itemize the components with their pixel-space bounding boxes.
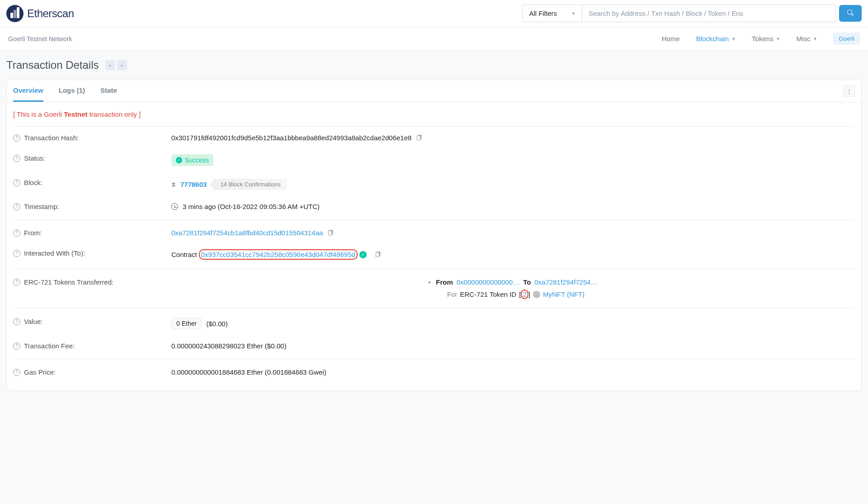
- search-input[interactable]: [582, 5, 835, 22]
- token-id-link[interactable]: 2: [523, 290, 526, 298]
- value-to: Contract 0x937cc03541cc7942b258c0596e43d…: [171, 249, 855, 260]
- nav-blockchain[interactable]: Blockchain ▼: [696, 35, 736, 43]
- label-block-text: Block:: [24, 179, 42, 186]
- label-from: ? From:: [13, 229, 171, 237]
- nav-misc[interactable]: Misc ▼: [797, 35, 817, 43]
- block-link[interactable]: 7778603: [180, 181, 207, 188]
- to-prefix: Contract: [171, 251, 197, 258]
- network-label: Goerli Testnet Network: [8, 35, 72, 43]
- kebab-icon: ⋮: [846, 88, 852, 95]
- tab-logs[interactable]: Logs (1): [59, 80, 85, 102]
- header-sub: Goerli Testnet Network Home Blockchain ▼…: [0, 27, 868, 51]
- card-body: [ This is a Goerli Testnet transaction o…: [7, 102, 861, 390]
- confirmations-badge: 14 Block Confirmations: [214, 179, 287, 190]
- page-wrap: Transaction Details ‹ › Overview Logs (1…: [0, 51, 868, 504]
- help-icon[interactable]: ?: [13, 155, 20, 162]
- label-status: ? Status:: [13, 154, 171, 162]
- notice-bold: Testnet: [64, 110, 87, 118]
- help-icon[interactable]: ?: [13, 250, 20, 257]
- copy-icon[interactable]: [327, 229, 334, 236]
- tab-overview[interactable]: Overview: [13, 80, 43, 102]
- fee-text: 0.000000243088298023 Ether ($0.00): [171, 342, 286, 350]
- row-block: ? Block: ⧗ 7778603 14 Block Confirmation…: [13, 172, 855, 196]
- transfer-from-label: From: [436, 278, 453, 286]
- label-timestamp: ? Timestamp:: [13, 203, 171, 210]
- help-icon[interactable]: ?: [13, 342, 20, 350]
- status-text: Success: [185, 157, 209, 164]
- value-usd: ($0.00): [206, 320, 228, 328]
- brand-text: Etherscan: [27, 7, 74, 20]
- transfer-for: For: [447, 290, 458, 298]
- token-id-wrap: [2]: [519, 290, 530, 299]
- value-timestamp: 3 mins ago (Oct-16-2022 09:05:36 AM +UTC…: [171, 203, 855, 210]
- to-address-link[interactable]: 0x937cc03541cc7942b258c0596e43d047df4869…: [201, 251, 355, 258]
- page-title: Transaction Details: [6, 59, 99, 71]
- value-gasprice: 0.000000000001884683 Ether (0.001884683 …: [171, 368, 855, 376]
- divider: [13, 269, 855, 269]
- prev-txn-button[interactable]: ‹: [105, 60, 115, 70]
- label-txhash-text: Transaction Hash:: [24, 134, 79, 142]
- value-badge: 0 Ether: [171, 318, 202, 329]
- transfer-to-addr[interactable]: 0xa7281f294f7254…: [534, 278, 597, 286]
- filter-select[interactable]: All Filters ▼: [522, 5, 582, 22]
- next-txn-button[interactable]: ›: [117, 60, 127, 70]
- verified-icon: ✓: [359, 251, 367, 258]
- label-value-text: Value:: [24, 318, 42, 325]
- search-button[interactable]: [839, 5, 862, 22]
- details-card: Overview Logs (1) State ⋮ [ This is a Go…: [6, 80, 862, 391]
- highlight-annotation: 0x937cc03541cc7942b258c0596e43d047df4869…: [199, 249, 358, 260]
- transfer-from-addr[interactable]: 0x0000000000000…: [457, 278, 519, 286]
- divider: [13, 219, 855, 220]
- help-icon[interactable]: ?: [13, 229, 20, 237]
- nav-tokens-label: Tokens: [752, 35, 774, 43]
- label-to-text: Interacted With (To):: [24, 249, 85, 257]
- search-row: All Filters ▼: [522, 5, 862, 22]
- help-icon[interactable]: ?: [13, 318, 20, 325]
- chevron-down-icon: ▼: [571, 11, 576, 16]
- label-timestamp-text: Timestamp:: [24, 203, 59, 210]
- notice-prefix: [ This is a Goerli: [13, 110, 64, 118]
- more-menu-button[interactable]: ⋮: [843, 85, 855, 97]
- timestamp-text: 3 mins ago (Oct-16-2022 09:05:36 AM +UTC…: [183, 203, 320, 210]
- highlight-annotation: 2: [521, 290, 528, 299]
- goerli-badge[interactable]: Goerli: [833, 33, 860, 45]
- tabs: Overview Logs (1) State: [13, 80, 117, 102]
- divider: [13, 359, 855, 359]
- label-gasprice: ? Gas Price:: [13, 368, 171, 376]
- help-icon[interactable]: ?: [13, 279, 20, 286]
- tab-state[interactable]: State: [100, 80, 117, 102]
- label-from-text: From:: [24, 229, 42, 237]
- row-erc721: ? ERC-721 Tokens Transferred: ▸ From 0x0…: [13, 272, 855, 305]
- clock-icon: [171, 203, 178, 210]
- token-name-link[interactable]: MyNFT (NFT): [543, 290, 585, 298]
- row-txhash: ? Transaction Hash: 0x301791fdf492001fcd…: [13, 128, 855, 148]
- tabs-row: Overview Logs (1) State ⋮: [7, 80, 861, 102]
- row-status: ? Status: ✓ Success: [13, 148, 855, 172]
- row-fee: ? Transaction Fee: 0.000000243088298023 …: [13, 336, 855, 356]
- label-status-text: Status:: [24, 154, 45, 162]
- row-gasprice: ? Gas Price: 0.000000000001884683 Ether …: [13, 362, 855, 382]
- label-erc721: ? ERC-721 Tokens Transferred:: [13, 278, 171, 286]
- chevron-down-icon: ▼: [813, 37, 817, 41]
- hourglass-icon: ⧗: [171, 181, 176, 188]
- help-icon[interactable]: ?: [13, 179, 20, 186]
- nav-tokens[interactable]: Tokens ▼: [752, 35, 780, 43]
- logo[interactable]: Etherscan: [6, 5, 74, 22]
- divider: [13, 308, 855, 309]
- help-icon[interactable]: ?: [13, 203, 20, 210]
- from-address-link[interactable]: 0xa7281f294f7254cb1a8fbd40cd15d015504314…: [171, 229, 323, 237]
- label-fee-text: Transaction Fee:: [24, 342, 75, 350]
- row-timestamp: ? Timestamp: 3 mins ago (Oct-16-2022 09:…: [13, 196, 855, 217]
- copy-icon[interactable]: [416, 134, 423, 141]
- help-icon[interactable]: ?: [13, 134, 20, 142]
- nav-home[interactable]: Home: [662, 35, 680, 43]
- help-icon[interactable]: ?: [13, 369, 20, 376]
- testnet-notice: [ This is a Goerli Testnet transaction o…: [13, 110, 855, 127]
- label-block: ? Block:: [13, 179, 171, 186]
- copy-icon[interactable]: [375, 251, 382, 258]
- caret-icon: ▸: [429, 279, 431, 285]
- label-txhash: ? Transaction Hash:: [13, 134, 171, 142]
- nav-blockchain-label: Blockchain: [696, 35, 729, 43]
- nav-misc-label: Misc: [797, 35, 811, 43]
- label-fee: ? Transaction Fee:: [13, 342, 171, 350]
